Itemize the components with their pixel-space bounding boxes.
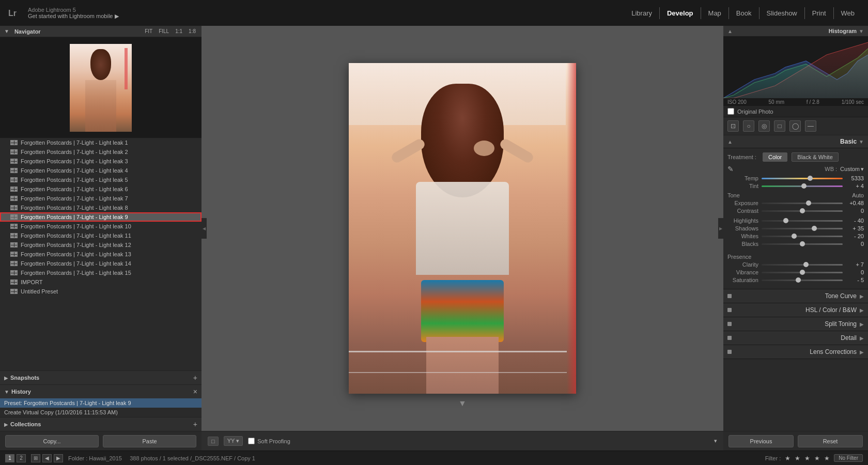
star-1[interactable]: ★	[785, 455, 791, 462]
star-4[interactable]: ★	[814, 455, 820, 462]
contrast-thumb[interactable]	[800, 208, 805, 213]
tone-curve-section[interactable]: Tone Curve ▶	[723, 289, 868, 303]
snapshots-header[interactable]: ▶ Snapshots +	[0, 371, 202, 384]
adjustment-tool[interactable]: —	[805, 120, 816, 132]
no-filter-btn[interactable]: No Filter	[834, 454, 863, 462]
star-2[interactable]: ★	[795, 455, 800, 462]
saturation-thumb[interactable]	[796, 277, 801, 283]
gradient-tool[interactable]: □	[774, 120, 785, 132]
preset-item-7[interactable]: Forgotten Postcards | 7-Light - Light le…	[0, 203, 202, 212]
auto-btn[interactable]: Auto	[852, 192, 864, 198]
1to1-btn[interactable]: 1:1	[174, 28, 184, 35]
basic-collapse-icon[interactable]: ▼	[859, 139, 864, 145]
preset-item-untitled[interactable]: Untitled Preset	[0, 287, 202, 296]
saturation-track[interactable]	[762, 280, 843, 281]
temp-slider-thumb[interactable]	[808, 176, 813, 181]
next-photo-btn[interactable]: ▶	[54, 454, 63, 462]
shadows-thumb[interactable]	[812, 226, 817, 231]
reset-button[interactable]: Reset	[798, 435, 863, 447]
wb-value[interactable]: Custom ▾	[840, 166, 864, 173]
exposure-thumb[interactable]	[806, 200, 811, 206]
preset-item-11[interactable]: Forgotten Postcards | 7-Light - Light le…	[0, 240, 202, 250]
nav-map[interactable]: Map	[701, 7, 729, 19]
split-toning-section[interactable]: Split Toning ▶	[723, 317, 868, 331]
clarity-track[interactable]	[762, 264, 843, 266]
view-grid-btn[interactable]: ⊞	[31, 454, 40, 462]
whites-track[interactable]	[762, 236, 843, 237]
crop-tool[interactable]: ⊡	[727, 120, 739, 132]
lens-corrections-section[interactable]: Lens Corrections ▶	[723, 345, 868, 359]
soft-proofing-checkbox[interactable]	[248, 438, 255, 444]
tint-slider-thumb[interactable]	[801, 183, 807, 189]
preset-item-1[interactable]: Forgotten Postcards | 7-Light - Light le…	[0, 147, 202, 157]
shadows-track[interactable]	[762, 228, 843, 229]
preset-item-0[interactable]: Forgotten Postcards | 7-Light - Light le…	[0, 138, 202, 147]
preset-item-3[interactable]: Forgotten Postcards | 7-Light - Light le…	[0, 166, 202, 175]
basic-section-header[interactable]: ▲ Basic ▼	[723, 135, 868, 148]
mobile-prompt[interactable]: Get started with Lightroom mobile ▶	[28, 13, 119, 20]
preset-item-import[interactable]: IMPORT	[0, 277, 202, 287]
paste-button[interactable]: Paste	[103, 435, 196, 447]
history-item-0[interactable]: Preset: Forgotten Postcards | 7-Light - …	[0, 398, 202, 408]
page-1-btn[interactable]: 1	[5, 454, 14, 462]
preset-item-10[interactable]: Forgotten Postcards | 7-Light - Light le…	[0, 231, 202, 240]
filmstrip-toggle-arrow[interactable]: ▼	[458, 399, 467, 408]
snapshots-add-btn[interactable]: +	[193, 374, 197, 382]
nav-book[interactable]: Book	[729, 7, 760, 19]
preset-item-2[interactable]: Forgotten Postcards | 7-Light - Light le…	[0, 157, 202, 166]
left-collapse-arrow[interactable]: ◀	[202, 218, 207, 239]
history-close-btn[interactable]: ×	[193, 388, 197, 396]
copy-button[interactable]: Copy...	[5, 435, 99, 447]
preset-item-4[interactable]: Forgotten Postcards | 7-Light - Light le…	[0, 175, 202, 184]
collections-header[interactable]: ▶ Collections +	[0, 417, 202, 431]
highlights-track[interactable]	[762, 220, 843, 222]
previous-button[interactable]: Previous	[729, 435, 794, 447]
bottom-expand-btn[interactable]: ▾	[714, 438, 717, 444]
preset-item-12[interactable]: Forgotten Postcards | 7-Light - Light le…	[0, 250, 202, 259]
nav-slideshow[interactable]: Slideshow	[760, 7, 805, 19]
radial-tool[interactable]: ◯	[789, 120, 801, 132]
nav-develop[interactable]: Develop	[660, 7, 701, 19]
whites-thumb[interactable]	[792, 234, 797, 239]
tint-slider-track[interactable]	[762, 185, 843, 187]
blacks-thumb[interactable]	[800, 241, 805, 246]
hsl-section[interactable]: HSL / Color / B&W ▶	[723, 303, 868, 317]
contrast-track[interactable]	[762, 210, 843, 212]
page-2-btn[interactable]: 2	[17, 454, 26, 462]
eyedropper-tool[interactable]: ✎	[727, 165, 736, 173]
right-collapse-arrow[interactable]: ▶	[718, 218, 723, 239]
star-3[interactable]: ★	[804, 455, 810, 462]
prev-photo-btn[interactable]: ◀	[42, 454, 52, 462]
preset-item-13[interactable]: Forgotten Postcards | 7-Light - Light le…	[0, 259, 202, 268]
star-5[interactable]: ★	[824, 455, 830, 462]
navigator-collapse[interactable]: ▼	[4, 28, 9, 34]
detail-section[interactable]: Detail ▶	[723, 331, 868, 345]
nav-web[interactable]: Web	[834, 7, 862, 19]
redeye-tool[interactable]: ◎	[758, 120, 770, 132]
fit-btn[interactable]: FIT	[143, 28, 154, 35]
preset-item-6[interactable]: Forgotten Postcards | 7-Light - Light le…	[0, 194, 202, 203]
nav-library[interactable]: Library	[624, 7, 660, 19]
view-mode-btn[interactable]: □	[208, 437, 219, 446]
nav-print[interactable]: Print	[805, 7, 834, 19]
original-photo-checkbox[interactable]	[727, 108, 734, 115]
blacks-track[interactable]	[762, 243, 843, 245]
histogram-expand-btn[interactable]: ▲	[727, 28, 733, 34]
collections-add-btn[interactable]: +	[193, 420, 197, 428]
vibrance-thumb[interactable]	[800, 270, 805, 275]
preset-item-14[interactable]: Forgotten Postcards | 7-Light - Light le…	[0, 268, 202, 277]
soft-proofing-toggle[interactable]: Soft Proofing	[248, 438, 290, 444]
histogram-collapse-btn[interactable]: ▼	[859, 28, 864, 34]
vibrance-track[interactable]	[762, 272, 843, 273]
temp-slider-track[interactable]	[762, 178, 843, 179]
clarity-thumb[interactable]	[803, 262, 809, 267]
history-header[interactable]: ▼ History ×	[0, 385, 202, 398]
preset-item-9[interactable]: Forgotten Postcards | 7-Light - Light le…	[0, 222, 202, 231]
bw-treatment-btn[interactable]: Black & White	[792, 152, 838, 162]
fill-btn[interactable]: FILL	[157, 28, 171, 35]
history-item-1[interactable]: Create Virtual Copy (1/10/2016 11:15:53 …	[0, 408, 202, 417]
color-treatment-btn[interactable]: Color	[763, 152, 787, 162]
preset-item-8[interactable]: Forgotten Postcards | 7-Light - Light le…	[0, 212, 202, 222]
1to8-btn[interactable]: 1:8	[187, 28, 197, 35]
preset-item-5[interactable]: Forgotten Postcards | 7-Light - Light le…	[0, 184, 202, 194]
